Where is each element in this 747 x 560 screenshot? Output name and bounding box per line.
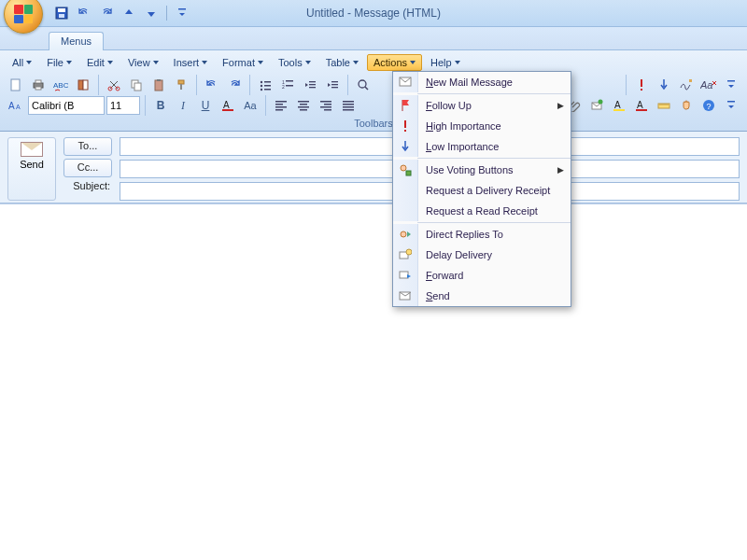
tab-menus[interactable]: Menus: [49, 32, 104, 50]
svg-rect-36: [641, 79, 642, 87]
menu-file[interactable]: File: [40, 54, 78, 71]
menu-file-label: File: [47, 57, 63, 68]
chevron-down-icon: [177, 7, 187, 19]
menu-format[interactable]: Format: [216, 54, 270, 71]
options-button[interactable]: [676, 95, 697, 116]
svg-text:A: A: [614, 100, 621, 110]
font-aa-icon: AA: [8, 99, 23, 112]
menu-tools[interactable]: Tools: [272, 54, 317, 71]
svg-rect-40: [727, 80, 735, 82]
message-body[interactable]: [0, 203, 747, 559]
menu-help[interactable]: Help: [424, 54, 467, 71]
svg-rect-57: [343, 101, 354, 103]
save-icon: [55, 7, 68, 20]
to-button[interactable]: To...: [63, 137, 112, 156]
envelope-icon: [21, 142, 43, 157]
menu-item-delivery-receipt[interactable]: Request a Delivery Receipt: [393, 180, 571, 201]
align-right-button[interactable]: [316, 95, 336, 116]
flag-icon: [400, 99, 411, 112]
menu-item-voting[interactable]: Use Voting Buttons▶: [393, 160, 571, 180]
redo-button[interactable]: [97, 4, 116, 22]
svg-rect-44: [222, 109, 233, 111]
bold-button[interactable]: B: [150, 95, 171, 116]
highlight-button[interactable]: A: [609, 95, 629, 116]
redo-tb-button[interactable]: [224, 75, 245, 95]
menu-view[interactable]: View: [121, 54, 165, 71]
font-name-input[interactable]: [28, 96, 105, 115]
clear-format-button[interactable]: Aa: [698, 75, 719, 95]
previous-button[interactable]: [120, 4, 138, 22]
svg-point-62: [599, 100, 603, 105]
menu-item-send[interactable]: Send: [393, 286, 571, 306]
separator: [626, 75, 627, 95]
menu-table[interactable]: Table: [319, 54, 365, 71]
align-right-icon: [319, 99, 332, 112]
font-dialog-button[interactable]: AA: [6, 95, 26, 116]
menu-all[interactable]: All: [6, 54, 38, 71]
undo-button[interactable]: [75, 4, 93, 22]
menu-item-read-receipt[interactable]: Request a Read Receipt: [393, 201, 571, 221]
research-button[interactable]: [73, 75, 93, 95]
send-button[interactable]: Send: [7, 137, 56, 201]
help-button[interactable]: ?: [698, 95, 719, 116]
new-button[interactable]: [6, 75, 26, 95]
menu-item-forward[interactable]: Forward: [393, 265, 571, 286]
font-color-button[interactable]: A: [218, 95, 238, 116]
undo-tb-button[interactable]: [202, 75, 222, 95]
menu-item-new-mail[interactable]: New Mail Message: [393, 72, 571, 92]
toolbar-overflow-button[interactable]: [721, 75, 741, 95]
spelling-button[interactable]: ABC: [50, 75, 71, 95]
change-case-button[interactable]: Aa: [240, 95, 261, 116]
increase-indent-button[interactable]: [322, 75, 343, 95]
clipboard-icon: [152, 78, 165, 91]
next-button[interactable]: [142, 4, 161, 22]
svg-rect-10: [83, 80, 88, 90]
print-button[interactable]: [28, 75, 49, 95]
menu-insert-label: Insert: [174, 57, 200, 68]
toolbar-overflow2-button[interactable]: [721, 95, 741, 116]
font-size-input[interactable]: [106, 96, 140, 115]
zoom-button[interactable]: [353, 75, 374, 95]
menu-insert[interactable]: Insert: [167, 54, 215, 71]
svg-rect-18: [180, 84, 182, 90]
menu-item-low-importance[interactable]: Low Importance: [393, 136, 571, 157]
menu-item-high-importance[interactable]: High Importance: [393, 116, 571, 136]
chevron-down-icon: [153, 61, 159, 64]
menu-bar: All File Edit View Insert Format Tools T…: [6, 54, 741, 71]
svg-rect-22: [264, 85, 271, 87]
align-center-button[interactable]: [293, 95, 314, 116]
font-color2-button[interactable]: A: [631, 95, 652, 116]
importance-low-button[interactable]: [654, 75, 674, 95]
copy-button[interactable]: [126, 75, 147, 95]
menu-item-delay-delivery[interactable]: Delay Delivery: [393, 245, 571, 265]
paste-button[interactable]: [148, 75, 169, 95]
svg-text:?: ?: [707, 102, 712, 111]
chevron-down-icon: [305, 61, 311, 64]
spellcheck-icon: ABC: [53, 78, 68, 91]
importance-high-button[interactable]: [631, 75, 652, 95]
svg-point-19: [261, 81, 262, 83]
justify-button[interactable]: [338, 95, 359, 116]
redo-icon: [228, 78, 241, 91]
cc-button[interactable]: Cc...: [63, 159, 112, 177]
menu-item-direct-replies[interactable]: Direct Replies To: [393, 224, 571, 245]
bullets-button[interactable]: [255, 75, 275, 95]
italic-button[interactable]: I: [173, 95, 193, 116]
save-button[interactable]: [52, 4, 71, 22]
format-painter-button[interactable]: [171, 75, 191, 95]
signature-button[interactable]: [676, 75, 697, 95]
numbering-button[interactable]: 12: [277, 75, 298, 95]
redo-icon: [100, 7, 113, 20]
svg-text:A: A: [223, 100, 230, 110]
menu-actions[interactable]: Actions: [367, 54, 422, 71]
ruler-button[interactable]: [654, 95, 674, 116]
insert-item-button[interactable]: [586, 95, 607, 116]
decrease-indent-button[interactable]: [300, 75, 320, 95]
underline-button[interactable]: U: [195, 95, 216, 116]
qat-customize-button[interactable]: [173, 4, 191, 22]
align-left-button[interactable]: [271, 95, 291, 116]
menu-item-follow-up[interactable]: Follow Up▶: [393, 95, 571, 116]
underline-icon: U: [202, 99, 210, 112]
cut-button[interactable]: [104, 75, 124, 95]
menu-edit[interactable]: Edit: [80, 54, 120, 71]
